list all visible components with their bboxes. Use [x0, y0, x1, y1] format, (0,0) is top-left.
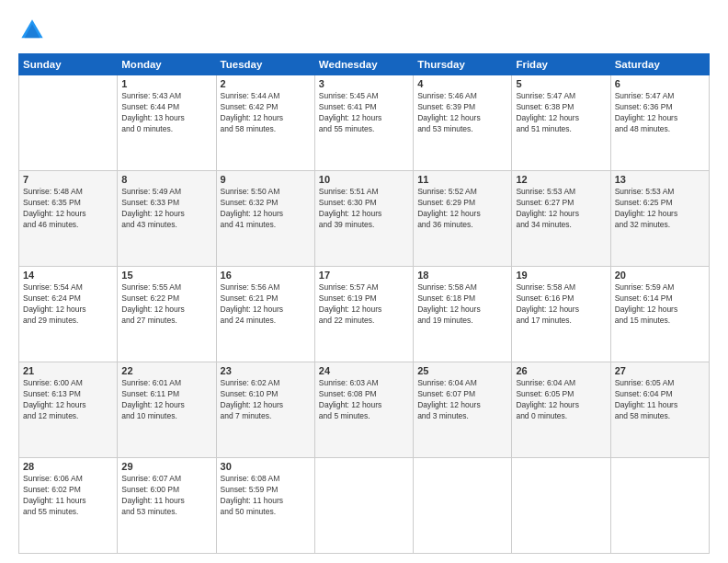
table-row: 16Sunrise: 5:56 AMSunset: 6:21 PMDayligh… [216, 267, 314, 362]
day-number: 14 [23, 270, 113, 281]
day-number: 1 [121, 78, 211, 89]
day-number: 30 [221, 461, 311, 472]
weekday-saturday: Saturday [610, 54, 709, 75]
page: SundayMondayTuesdayWednesdayThursdayFrid… [0, 0, 728, 563]
day-number: 26 [516, 365, 606, 376]
day-number: 25 [417, 365, 507, 376]
table-row: 28Sunrise: 6:06 AMSunset: 6:02 PMDayligh… [19, 458, 118, 554]
day-number: 7 [23, 174, 113, 185]
day-info: Sunrise: 5:44 AMSunset: 6:42 PMDaylight:… [221, 91, 311, 135]
day-number: 16 [221, 270, 311, 281]
weekday-sunday: Sunday [19, 54, 118, 75]
table-row: 8Sunrise: 5:49 AMSunset: 6:33 PMDaylight… [118, 171, 216, 267]
day-info: Sunrise: 6:02 AMSunset: 6:10 PMDaylight:… [221, 378, 311, 422]
day-info: Sunrise: 6:07 AMSunset: 6:00 PMDaylight:… [121, 474, 211, 518]
day-number: 5 [516, 78, 606, 89]
table-row: 21Sunrise: 6:00 AMSunset: 6:13 PMDayligh… [19, 362, 118, 458]
day-number: 20 [615, 270, 705, 281]
table-row: 1Sunrise: 5:43 AMSunset: 6:44 PMDaylight… [118, 75, 216, 171]
day-number: 19 [516, 270, 606, 281]
table-row: 25Sunrise: 6:04 AMSunset: 6:07 PMDayligh… [414, 362, 512, 458]
logo [18, 17, 50, 44]
day-number: 23 [221, 365, 311, 376]
day-info: Sunrise: 5:54 AMSunset: 6:24 PMDaylight:… [23, 282, 113, 327]
calendar-week-1: 7Sunrise: 5:48 AMSunset: 6:35 PMDaylight… [19, 171, 710, 267]
weekday-tuesday: Tuesday [216, 54, 314, 75]
day-number: 6 [615, 78, 705, 89]
table-row: 18Sunrise: 5:58 AMSunset: 6:18 PMDayligh… [414, 267, 512, 362]
table-row: 13Sunrise: 5:53 AMSunset: 6:25 PMDayligh… [610, 171, 709, 267]
day-info: Sunrise: 6:04 AMSunset: 6:05 PMDaylight:… [516, 378, 606, 422]
table-row: 30Sunrise: 6:08 AMSunset: 5:59 PMDayligh… [216, 458, 314, 554]
table-row: 24Sunrise: 6:03 AMSunset: 6:08 PMDayligh… [314, 362, 413, 458]
day-number: 10 [319, 174, 409, 185]
day-info: Sunrise: 5:58 AMSunset: 6:16 PMDaylight:… [516, 282, 606, 327]
day-info: Sunrise: 6:03 AMSunset: 6:08 PMDaylight:… [319, 378, 409, 422]
table-row [414, 458, 512, 554]
day-number: 27 [615, 365, 705, 376]
day-number: 12 [516, 174, 606, 185]
day-info: Sunrise: 6:04 AMSunset: 6:07 PMDaylight:… [417, 378, 507, 422]
table-row: 29Sunrise: 6:07 AMSunset: 6:00 PMDayligh… [118, 458, 216, 554]
table-row: 19Sunrise: 5:58 AMSunset: 6:16 PMDayligh… [512, 267, 610, 362]
table-row: 4Sunrise: 5:46 AMSunset: 6:39 PMDaylight… [414, 75, 512, 171]
table-row: 27Sunrise: 6:05 AMSunset: 6:04 PMDayligh… [610, 362, 709, 458]
table-row [512, 458, 610, 554]
table-row: 3Sunrise: 5:45 AMSunset: 6:41 PMDaylight… [314, 75, 413, 171]
logo-icon [18, 17, 46, 44]
header [18, 17, 710, 44]
day-number: 22 [121, 365, 211, 376]
day-number: 11 [417, 174, 507, 185]
table-row: 23Sunrise: 6:02 AMSunset: 6:10 PMDayligh… [216, 362, 314, 458]
weekday-wednesday: Wednesday [314, 54, 413, 75]
weekday-friday: Friday [512, 54, 610, 75]
day-info: Sunrise: 5:48 AMSunset: 6:35 PMDaylight:… [23, 187, 113, 231]
calendar-week-2: 14Sunrise: 5:54 AMSunset: 6:24 PMDayligh… [19, 267, 710, 362]
day-number: 2 [221, 78, 311, 89]
table-row: 20Sunrise: 5:59 AMSunset: 6:14 PMDayligh… [610, 267, 709, 362]
weekday-monday: Monday [118, 54, 216, 75]
table-row: 11Sunrise: 5:52 AMSunset: 6:29 PMDayligh… [414, 171, 512, 267]
day-info: Sunrise: 5:56 AMSunset: 6:21 PMDaylight:… [221, 282, 311, 327]
weekday-thursday: Thursday [414, 54, 512, 75]
day-info: Sunrise: 5:52 AMSunset: 6:29 PMDaylight:… [417, 187, 507, 231]
day-info: Sunrise: 5:58 AMSunset: 6:18 PMDaylight:… [417, 282, 507, 327]
weekday-header-row: SundayMondayTuesdayWednesdayThursdayFrid… [19, 54, 710, 75]
day-info: Sunrise: 5:45 AMSunset: 6:41 PMDaylight:… [319, 91, 409, 135]
table-row [314, 458, 413, 554]
day-info: Sunrise: 5:43 AMSunset: 6:44 PMDaylight:… [121, 91, 211, 135]
day-info: Sunrise: 5:55 AMSunset: 6:22 PMDaylight:… [121, 282, 211, 327]
day-info: Sunrise: 6:00 AMSunset: 6:13 PMDaylight:… [23, 378, 113, 422]
day-info: Sunrise: 5:57 AMSunset: 6:19 PMDaylight:… [319, 282, 409, 327]
day-info: Sunrise: 6:01 AMSunset: 6:11 PMDaylight:… [121, 378, 211, 422]
calendar-week-3: 21Sunrise: 6:00 AMSunset: 6:13 PMDayligh… [19, 362, 710, 458]
day-info: Sunrise: 5:53 AMSunset: 6:27 PMDaylight:… [516, 187, 606, 231]
day-info: Sunrise: 6:05 AMSunset: 6:04 PMDaylight:… [615, 378, 705, 422]
table-row: 7Sunrise: 5:48 AMSunset: 6:35 PMDaylight… [19, 171, 118, 267]
table-row: 2Sunrise: 5:44 AMSunset: 6:42 PMDaylight… [216, 75, 314, 171]
calendar-week-0: 1Sunrise: 5:43 AMSunset: 6:44 PMDaylight… [19, 75, 710, 171]
day-info: Sunrise: 5:51 AMSunset: 6:30 PMDaylight:… [319, 187, 409, 231]
day-number: 15 [121, 270, 211, 281]
table-row: 12Sunrise: 5:53 AMSunset: 6:27 PMDayligh… [512, 171, 610, 267]
table-row: 17Sunrise: 5:57 AMSunset: 6:19 PMDayligh… [314, 267, 413, 362]
day-info: Sunrise: 6:06 AMSunset: 6:02 PMDaylight:… [23, 474, 113, 518]
table-row [19, 75, 118, 171]
day-number: 8 [121, 174, 211, 185]
table-row: 10Sunrise: 5:51 AMSunset: 6:30 PMDayligh… [314, 171, 413, 267]
day-info: Sunrise: 5:50 AMSunset: 6:32 PMDaylight:… [221, 187, 311, 231]
table-row: 6Sunrise: 5:47 AMSunset: 6:36 PMDaylight… [610, 75, 709, 171]
day-number: 29 [121, 461, 211, 472]
day-number: 17 [319, 270, 409, 281]
day-info: Sunrise: 5:46 AMSunset: 6:39 PMDaylight:… [417, 91, 507, 135]
day-number: 24 [319, 365, 409, 376]
day-number: 13 [615, 174, 705, 185]
table-row: 14Sunrise: 5:54 AMSunset: 6:24 PMDayligh… [19, 267, 118, 362]
table-row [610, 458, 709, 554]
table-row: 26Sunrise: 6:04 AMSunset: 6:05 PMDayligh… [512, 362, 610, 458]
calendar-table: SundayMondayTuesdayWednesdayThursdayFrid… [18, 53, 710, 554]
table-row: 9Sunrise: 5:50 AMSunset: 6:32 PMDaylight… [216, 171, 314, 267]
day-number: 3 [319, 78, 409, 89]
day-info: Sunrise: 5:47 AMSunset: 6:36 PMDaylight:… [615, 91, 705, 135]
day-number: 21 [23, 365, 113, 376]
